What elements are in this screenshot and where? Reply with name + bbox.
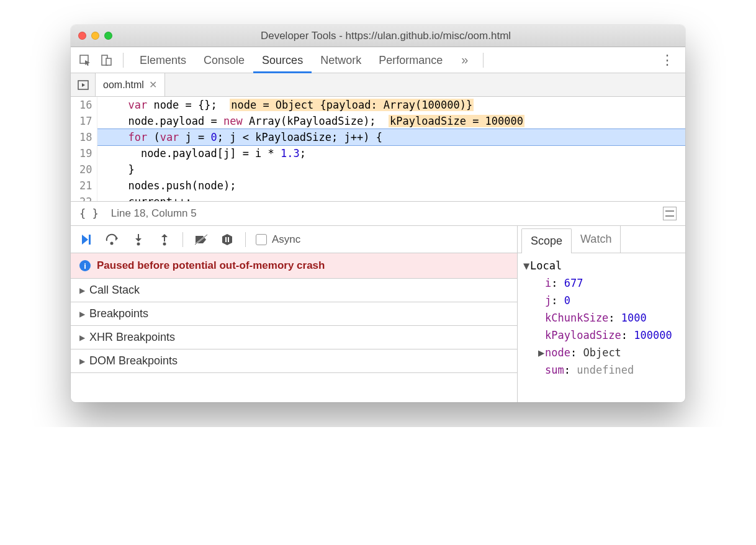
- titlebar: Developer Tools - https://ulan.github.io…: [71, 25, 685, 47]
- separator: [123, 53, 124, 68]
- debugger-toolbar: Async: [71, 226, 517, 253]
- svg-rect-11: [228, 237, 229, 242]
- scope-panel: ScopeWatch ▼Local i: 677j: 0kChunkSize: …: [518, 226, 685, 402]
- devtools-panel-tabs: ElementsConsoleSourcesNetworkPerformance…: [71, 47, 685, 73]
- tab-network[interactable]: Network: [312, 47, 370, 73]
- scope-group-label: Local: [530, 259, 562, 272]
- code-line-19[interactable]: node.payload[j] = i * 1.3;: [97, 145, 685, 161]
- svg-rect-4: [89, 235, 91, 245]
- svg-rect-10: [225, 237, 227, 242]
- debugger-pane: Async i Paused before potential out-of-m…: [71, 226, 685, 402]
- svg-point-7: [163, 242, 166, 245]
- checkbox-icon[interactable]: [256, 234, 267, 245]
- code-line-17[interactable]: node.payload = new Array(kPayloadSize); …: [97, 113, 685, 129]
- separator: [245, 232, 246, 247]
- scope-var-node[interactable]: ▶node: Object: [523, 344, 680, 361]
- section-breakpoints[interactable]: ▶Breakpoints: [71, 302, 517, 326]
- step-into-button[interactable]: [130, 232, 146, 248]
- window-title: Developer Tools - https://ulan.github.io…: [94, 30, 678, 42]
- tabs-overflow-button[interactable]: »: [454, 53, 475, 67]
- scope-var-i[interactable]: i: 677: [523, 274, 680, 292]
- svg-rect-2: [106, 58, 111, 65]
- scope-var-kChunkSize[interactable]: kChunkSize: 1000: [523, 309, 680, 327]
- line-number-gutter: 16171819202122: [71, 97, 97, 201]
- section-dom-breakpoints[interactable]: ▶DOM Breakpoints: [71, 349, 517, 373]
- scope-var-kPayloadSize[interactable]: kPayloadSize: 100000: [523, 327, 680, 344]
- separator: [483, 53, 484, 68]
- cursor-position: Line 18, Column 5: [111, 207, 197, 220]
- resume-button[interactable]: [78, 232, 94, 248]
- scope-variables: ▼Local i: 677j: 0kChunkSize: 1000kPayloa…: [518, 253, 685, 382]
- section-call-stack[interactable]: ▶Call Stack: [71, 279, 517, 302]
- close-tab-icon[interactable]: ✕: [149, 79, 157, 91]
- scope-var-sum[interactable]: sum: undefined: [523, 361, 680, 379]
- file-tab-oom-html[interactable]: oom.html ✕: [96, 73, 165, 96]
- pause-reason-banner: i Paused before potential out-of-memory …: [71, 253, 517, 279]
- pretty-print-icon[interactable]: { }: [79, 207, 99, 220]
- scope-group-local[interactable]: ▼Local: [523, 257, 680, 274]
- history-dropdown-icon[interactable]: [663, 207, 677, 220]
- scope-tab-watch[interactable]: Watch: [572, 226, 621, 253]
- devtools-window: Developer Tools - https://ulan.github.io…: [71, 25, 685, 402]
- async-checkbox[interactable]: Async: [256, 233, 300, 246]
- code-body[interactable]: var node = {}; node = Object {payload: A…: [97, 97, 685, 201]
- tab-sources[interactable]: Sources: [253, 47, 312, 73]
- code-line-21[interactable]: nodes.push(node);: [97, 178, 685, 194]
- settings-menu-icon[interactable]: ⋮: [654, 52, 680, 68]
- tab-performance[interactable]: Performance: [370, 47, 451, 73]
- scope-watch-tabs: ScopeWatch: [518, 226, 685, 253]
- tab-console[interactable]: Console: [195, 47, 253, 73]
- inspect-element-icon[interactable]: [76, 51, 94, 70]
- svg-point-6: [137, 242, 140, 245]
- close-window-button[interactable]: [78, 32, 86, 40]
- step-out-button[interactable]: [156, 232, 173, 248]
- editor-status-bar: { } Line 18, Column 5: [71, 201, 685, 226]
- code-line-16[interactable]: var node = {}; node = Object {payload: A…: [97, 97, 685, 113]
- file-tabs: oom.html ✕: [71, 73, 685, 97]
- svg-point-5: [110, 241, 114, 245]
- deactivate-breakpoints-button[interactable]: [193, 232, 209, 248]
- scope-tab-scope[interactable]: Scope: [521, 228, 572, 253]
- code-line-20[interactable]: }: [97, 161, 685, 178]
- pause-on-exceptions-button[interactable]: [219, 232, 235, 248]
- step-over-button[interactable]: [104, 232, 120, 248]
- info-icon: i: [79, 260, 91, 271]
- scope-var-j[interactable]: j: 0: [523, 292, 680, 309]
- pause-reason-text: Paused before potential out-of-memory cr…: [97, 259, 325, 272]
- async-label: Async: [272, 233, 300, 246]
- code-editor[interactable]: 16171819202122 var node = {}; node = Obj…: [71, 97, 685, 201]
- tab-elements[interactable]: Elements: [131, 47, 195, 73]
- debugger-left: Async i Paused before potential out-of-m…: [71, 226, 518, 402]
- separator: [182, 232, 183, 247]
- section-xhr-breakpoints[interactable]: ▶XHR Breakpoints: [71, 326, 517, 349]
- file-tab-label: oom.html: [103, 79, 144, 91]
- code-line-18[interactable]: for (var j = 0; j < kPayloadSize; j++) {: [97, 129, 685, 145]
- device-toolbar-icon[interactable]: [97, 51, 115, 70]
- code-line-22[interactable]: current++;: [97, 194, 685, 201]
- navigator-toggle-icon[interactable]: [71, 73, 96, 96]
